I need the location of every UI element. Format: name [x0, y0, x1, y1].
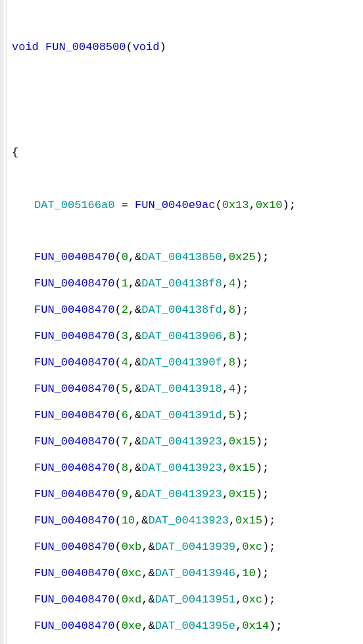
call-line: FUN_00408470(6,&DAT_0041391d,5); [12, 402, 363, 429]
call-fn: FUN_00408470 [34, 383, 114, 395]
call-fn: FUN_00408470 [34, 488, 114, 500]
call-line: FUN_00408470(5,&DAT_00413918,4); [12, 376, 363, 402]
arg3: 0x14 [242, 620, 269, 632]
call-fn: FUN_00408470 [34, 620, 114, 632]
call-fn: FUN_00408470 [34, 330, 114, 342]
call-fn: FUN_00408470 [34, 409, 114, 421]
arg1: 1 [122, 277, 128, 290]
arg3: 0x15 [235, 514, 262, 527]
arg1: 0xb [122, 541, 142, 553]
assign-line: DAT_005166a0 = FUN_0040e9ac(0x13,0x10); [12, 192, 363, 219]
call-fn: FUN_00408470 [34, 567, 114, 579]
function-name: FUN_00408500 [45, 41, 126, 53]
call-fn: FUN_00408470 [34, 277, 114, 290]
arg3: 5 [229, 409, 235, 421]
arg1: 2 [122, 304, 128, 316]
call-line: FUN_00408470(0xc,&DAT_00413946,10); [12, 560, 363, 587]
arg2-dat: DAT_00413951 [155, 593, 235, 606]
call-line: FUN_00408470(8,&DAT_00413923,0x15); [12, 455, 363, 481]
arg1: 6 [122, 409, 128, 421]
call-fn: FUN_00408470 [34, 251, 114, 263]
arg1: 5 [122, 383, 128, 395]
blank-line [12, 87, 363, 113]
call-fn: FUN_00408470 [34, 541, 114, 553]
call-fn: FUN_00408470 [34, 435, 114, 448]
arg3: 8 [229, 356, 235, 369]
arg1: 8 [122, 462, 128, 474]
arg3: 8 [229, 330, 235, 342]
call-line: FUN_00408470(0xe,&DAT_0041395e,0x14); [12, 613, 363, 639]
call-line: FUN_00408470(1,&DAT_004138f8,4); [12, 271, 363, 297]
arg2-dat: DAT_00413850 [141, 251, 222, 263]
arg1: 0 [122, 251, 128, 263]
arg2-dat: DAT_00413923 [148, 514, 228, 527]
call-fn: FUN_00408470 [34, 304, 114, 316]
arg1: 4 [122, 356, 128, 369]
call-line: FUN_00408470(0,&DAT_00413850,0x25); [12, 244, 363, 271]
arg3: 0xc [242, 541, 262, 553]
arg3: 4 [229, 383, 235, 395]
arg2-dat: DAT_0041390f [141, 356, 222, 369]
arg2-dat: DAT_004138f8 [141, 277, 222, 290]
arg3: 0xc [242, 593, 262, 606]
decompiler-listing: void FUN_00408500(void) { DAT_005166a0 =… [0, 0, 363, 644]
call-line: FUN_00408470(9,&DAT_00413923,0x15); [12, 481, 363, 508]
arg2-dat: DAT_00413923 [141, 462, 222, 474]
arg2-dat: DAT_00413906 [141, 330, 222, 342]
call-line: FUN_00408470(0xb,&DAT_00413939,0xc); [12, 534, 363, 560]
assign-fn: FUN_0040e9ac [135, 199, 215, 211]
call-fn: FUN_00408470 [34, 514, 114, 527]
arg2-dat: DAT_00413946 [155, 567, 235, 579]
arg1: 7 [122, 435, 128, 448]
return-type: void [12, 41, 39, 53]
arg2-dat: DAT_00413918 [141, 383, 222, 395]
param-void: void [133, 41, 160, 53]
arg2-dat: DAT_00413923 [141, 435, 222, 448]
arg1: 0xc [122, 567, 142, 579]
call-line: FUN_00408470(7,&DAT_00413923,0x15); [12, 429, 363, 455]
arg2-dat: DAT_0041395e [155, 620, 235, 632]
arg3: 0x15 [229, 488, 256, 500]
arg1: 9 [122, 488, 128, 500]
call-line: FUN_00408470(0xf,&DAT_00413973,9); [12, 639, 363, 645]
arg2-dat: DAT_00413923 [141, 488, 222, 500]
arg2-dat: DAT_004138fd [141, 304, 222, 316]
call-line: FUN_00408470(0xd,&DAT_00413951,0xc); [12, 587, 363, 613]
arg2-dat: DAT_00413939 [155, 541, 235, 553]
call-line: FUN_00408470(3,&DAT_00413906,8); [12, 323, 363, 350]
call-line: FUN_00408470(2,&DAT_004138fd,8); [12, 297, 363, 323]
arg3: 10 [242, 567, 255, 579]
arg3: 4 [229, 277, 235, 290]
arg3: 8 [229, 304, 235, 316]
call-line: FUN_00408470(10,&DAT_00413923,0x15); [12, 508, 363, 534]
arg1: 0xd [122, 593, 142, 606]
open-brace: { [12, 140, 363, 166]
call-fn: FUN_00408470 [34, 593, 114, 606]
arg1: 3 [122, 330, 128, 342]
arg3: 0x25 [229, 251, 256, 263]
arg3: 0x15 [229, 435, 256, 448]
arg3: 0x15 [229, 462, 256, 474]
call-fn: FUN_00408470 [34, 356, 114, 369]
arg1: 0xe [122, 620, 142, 632]
call-fn: FUN_00408470 [34, 462, 114, 474]
arg1: 10 [122, 514, 135, 527]
call-line: FUN_00408470(4,&DAT_0041390f,8); [12, 350, 363, 376]
assign-lhs: DAT_005166a0 [34, 199, 114, 211]
arg2-dat: DAT_0041391d [141, 409, 222, 421]
signature-line: void FUN_00408500(void) [12, 34, 363, 61]
